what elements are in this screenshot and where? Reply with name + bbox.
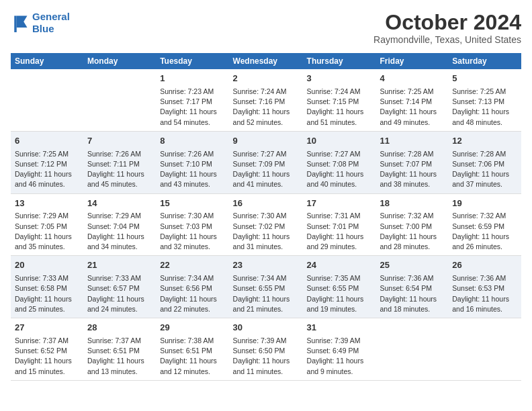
calendar-cell: 27Sunrise: 7:37 AM Sunset: 6:52 PM Dayli… [11,318,83,381]
svg-rect-2 [14,16,17,33]
column-header-thursday: Thursday [303,53,376,69]
calendar-cell: 14Sunrise: 7:29 AM Sunset: 7:04 PM Dayli… [83,193,156,256]
day-info: Sunrise: 7:28 AM Sunset: 7:07 PM Dayligh… [380,149,444,190]
calendar-cell: 21Sunrise: 7:33 AM Sunset: 6:57 PM Dayli… [83,256,156,318]
day-info: Sunrise: 7:26 AM Sunset: 7:11 PM Dayligh… [87,149,152,190]
day-number: 22 [160,259,224,272]
day-number: 12 [452,135,517,148]
day-info: Sunrise: 7:32 AM Sunset: 7:00 PM Dayligh… [380,211,444,252]
day-number: 4 [380,73,444,85]
calendar-cell: 23Sunrise: 7:34 AM Sunset: 6:55 PM Dayli… [229,256,303,318]
day-number: 18 [380,197,444,210]
calendar-cell: 25Sunrise: 7:36 AM Sunset: 6:54 PM Dayli… [375,256,448,318]
calendar-week-row: 6Sunrise: 7:25 AM Sunset: 7:12 PM Daylig… [11,131,521,193]
calendar-week-row: 20Sunrise: 7:33 AM Sunset: 6:58 PM Dayli… [11,256,521,318]
day-info: Sunrise: 7:37 AM Sunset: 6:51 PM Dayligh… [87,336,152,377]
calendar-cell: 11Sunrise: 7:28 AM Sunset: 7:07 PM Dayli… [375,131,448,193]
calendar-cell: 18Sunrise: 7:32 AM Sunset: 7:00 PM Dayli… [375,193,448,256]
day-info: Sunrise: 7:29 AM Sunset: 7:05 PM Dayligh… [15,211,79,252]
day-info: Sunrise: 7:36 AM Sunset: 6:54 PM Dayligh… [380,273,444,314]
logo-text: General Blue [32,11,70,35]
day-number: 16 [233,197,299,210]
day-info: Sunrise: 7:33 AM Sunset: 6:57 PM Dayligh… [87,273,152,314]
day-number: 9 [233,135,299,148]
day-number: 19 [452,197,517,210]
day-info: Sunrise: 7:34 AM Sunset: 6:55 PM Dayligh… [233,273,299,314]
day-number: 3 [307,73,372,85]
day-number: 26 [452,259,517,272]
day-number: 21 [87,259,152,272]
calendar-cell: 16Sunrise: 7:30 AM Sunset: 7:02 PM Dayli… [229,193,303,256]
calendar-header-row: SundayMondayTuesdayWednesdayThursdayFrid… [11,53,521,69]
calendar-cell: 6Sunrise: 7:25 AM Sunset: 7:12 PM Daylig… [11,131,83,193]
day-info: Sunrise: 7:24 AM Sunset: 7:16 PM Dayligh… [233,87,299,128]
day-info: Sunrise: 7:29 AM Sunset: 7:04 PM Dayligh… [87,211,152,252]
day-number: 20 [15,259,79,272]
day-info: Sunrise: 7:33 AM Sunset: 6:58 PM Dayligh… [15,273,79,314]
day-number: 5 [452,73,517,85]
day-info: Sunrise: 7:28 AM Sunset: 7:06 PM Dayligh… [452,149,517,190]
day-info: Sunrise: 7:27 AM Sunset: 7:09 PM Dayligh… [233,149,299,190]
calendar-cell: 13Sunrise: 7:29 AM Sunset: 7:05 PM Dayli… [11,193,83,256]
column-header-monday: Monday [83,53,156,69]
day-info: Sunrise: 7:30 AM Sunset: 7:03 PM Dayligh… [160,211,224,252]
day-number: 27 [15,322,79,334]
calendar-cell [448,318,521,381]
day-number: 7 [87,135,152,148]
column-header-sunday: Sunday [11,53,83,69]
day-info: Sunrise: 7:39 AM Sunset: 6:49 PM Dayligh… [307,336,372,377]
day-info: Sunrise: 7:36 AM Sunset: 6:53 PM Dayligh… [452,273,517,314]
calendar-cell [83,69,156,131]
calendar-cell: 2Sunrise: 7:24 AM Sunset: 7:16 PM Daylig… [229,69,303,131]
calendar-cell: 29Sunrise: 7:38 AM Sunset: 6:51 PM Dayli… [156,318,228,381]
day-info: Sunrise: 7:25 AM Sunset: 7:13 PM Dayligh… [452,87,517,128]
calendar-cell: 5Sunrise: 7:25 AM Sunset: 7:13 PM Daylig… [448,69,521,131]
calendar-cell: 9Sunrise: 7:27 AM Sunset: 7:09 PM Daylig… [229,131,303,193]
column-header-saturday: Saturday [448,53,521,69]
day-number: 29 [160,322,224,334]
calendar-cell: 4Sunrise: 7:25 AM Sunset: 7:14 PM Daylig… [375,69,448,131]
day-number: 31 [307,322,372,334]
column-header-wednesday: Wednesday [229,53,303,69]
calendar-week-row: 27Sunrise: 7:37 AM Sunset: 6:52 PM Dayli… [11,318,521,381]
day-info: Sunrise: 7:34 AM Sunset: 6:56 PM Dayligh… [160,273,224,314]
calendar-cell: 3Sunrise: 7:24 AM Sunset: 7:15 PM Daylig… [303,69,376,131]
day-number: 17 [307,197,372,210]
calendar-cell: 24Sunrise: 7:35 AM Sunset: 6:55 PM Dayli… [303,256,376,318]
column-header-friday: Friday [375,53,448,69]
calendar-cell: 15Sunrise: 7:30 AM Sunset: 7:03 PM Dayli… [156,193,228,256]
calendar-cell: 10Sunrise: 7:27 AM Sunset: 7:08 PM Dayli… [303,131,376,193]
day-info: Sunrise: 7:23 AM Sunset: 7:17 PM Dayligh… [160,87,224,128]
day-number: 24 [307,259,372,272]
day-number: 6 [15,135,79,148]
page-header: General Blue October 2024 Raymondville, … [11,11,521,45]
day-info: Sunrise: 7:26 AM Sunset: 7:10 PM Dayligh… [160,149,224,190]
day-number: 10 [307,135,372,148]
calendar-cell: 28Sunrise: 7:37 AM Sunset: 6:51 PM Dayli… [83,318,156,381]
logo-icon [11,13,30,32]
day-info: Sunrise: 7:38 AM Sunset: 6:51 PM Dayligh… [160,336,224,377]
day-number: 11 [380,135,444,148]
calendar-cell: 31Sunrise: 7:39 AM Sunset: 6:49 PM Dayli… [303,318,376,381]
calendar-cell: 22Sunrise: 7:34 AM Sunset: 6:56 PM Dayli… [156,256,228,318]
calendar-table: SundayMondayTuesdayWednesdayThursdayFrid… [11,53,521,381]
calendar-cell: 30Sunrise: 7:39 AM Sunset: 6:50 PM Dayli… [229,318,303,381]
calendar-cell: 7Sunrise: 7:26 AM Sunset: 7:11 PM Daylig… [83,131,156,193]
day-info: Sunrise: 7:37 AM Sunset: 6:52 PM Dayligh… [15,336,79,377]
day-info: Sunrise: 7:32 AM Sunset: 6:59 PM Dayligh… [452,211,517,252]
day-number: 23 [233,259,299,272]
calendar-cell: 8Sunrise: 7:26 AM Sunset: 7:10 PM Daylig… [156,131,228,193]
day-number: 8 [160,135,224,148]
day-number: 2 [233,73,299,85]
day-number: 28 [87,322,152,334]
calendar-cell: 26Sunrise: 7:36 AM Sunset: 6:53 PM Dayli… [448,256,521,318]
calendar-cell: 17Sunrise: 7:31 AM Sunset: 7:01 PM Dayli… [303,193,376,256]
calendar-cell: 20Sunrise: 7:33 AM Sunset: 6:58 PM Dayli… [11,256,83,318]
column-header-tuesday: Tuesday [156,53,228,69]
day-number: 14 [87,197,152,210]
calendar-cell [11,69,83,131]
logo: General Blue [11,11,70,35]
location: Raymondville, Texas, United States [373,34,521,45]
month-title: October 2024 [373,11,521,34]
day-number: 1 [160,73,224,85]
